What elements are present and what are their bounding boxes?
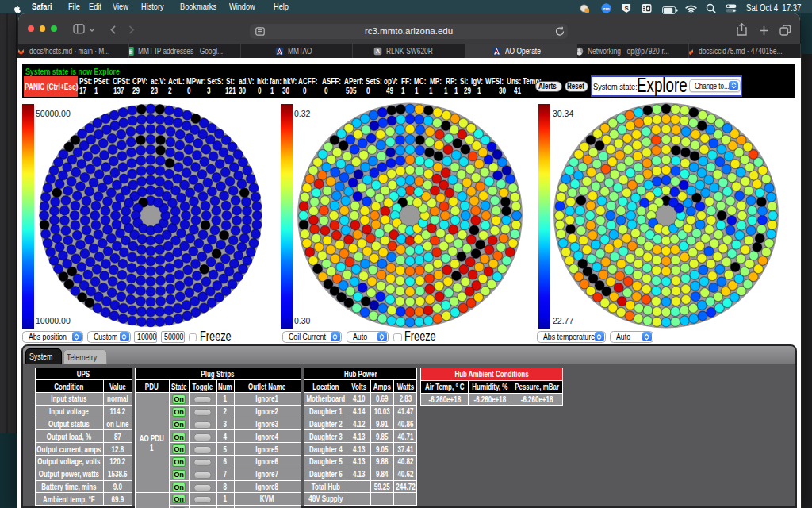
svg-text:zm: zm <box>603 6 609 11</box>
svg-text:A: A <box>376 48 380 54</box>
svg-text:S: S <box>624 5 628 12</box>
